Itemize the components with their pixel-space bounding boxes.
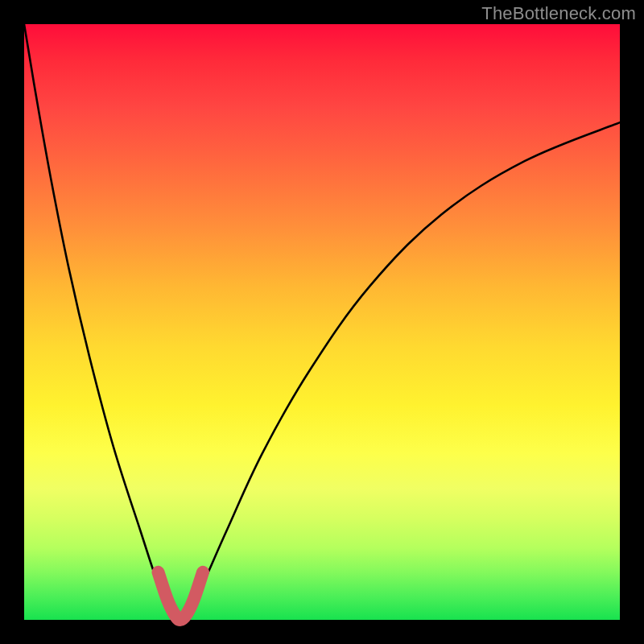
chart-overlay — [24, 24, 620, 620]
chart-frame: TheBottleneck.com — [0, 0, 644, 644]
bottleneck-curve — [24, 24, 620, 620]
watermark-text: TheBottleneck.com — [481, 3, 636, 24]
notch-highlight — [159, 572, 204, 620]
